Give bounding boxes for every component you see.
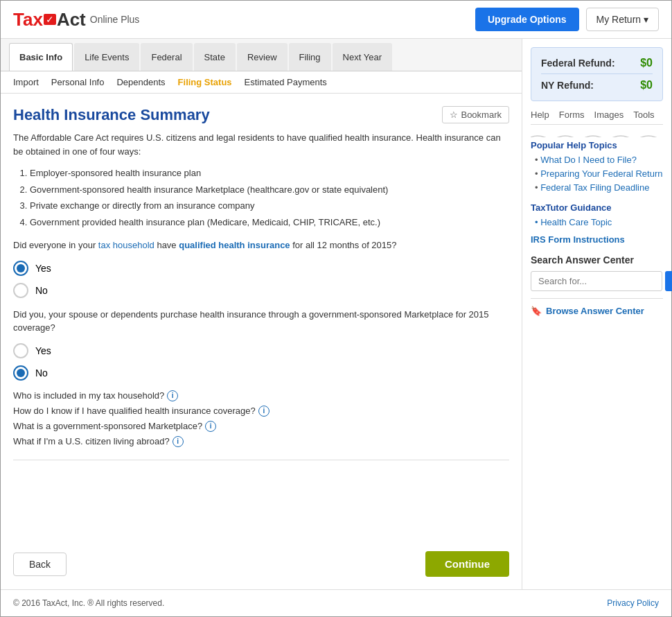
q1-yes-radio-inner <box>17 264 25 272</box>
footer: © 2016 TaxAct, Inc. ® All rights reserve… <box>1 589 671 616</box>
divider <box>13 460 509 460</box>
question1-mid: have <box>154 240 179 250</box>
sidebar-tool-images[interactable]: Images <box>594 110 624 120</box>
tab-review[interactable]: Review <box>237 43 288 71</box>
q1-no-option[interactable]: No <box>13 283 509 298</box>
irs-section: IRS Form Instructions <box>531 234 663 245</box>
q2-no-option[interactable]: No <box>13 365 509 381</box>
sidebar-tool-tools[interactable]: Tools <box>633 110 654 120</box>
header: Tax✓Act Online Plus Upgrade Options My R… <box>1 1 671 39</box>
sidebar-tool-help[interactable]: Help <box>531 110 549 120</box>
subnav-estimated-payments[interactable]: Estimated Payments <box>245 77 327 87</box>
wave-decoration <box>531 132 663 137</box>
popular-link-1[interactable]: What Do I Need to File? <box>535 155 663 165</box>
q1-yes-option[interactable]: Yes <box>13 261 509 276</box>
faq-link-4[interactable]: What if I'm a U.S. citizen living abroad… <box>13 436 509 447</box>
main-layout: Basic Info Life Events Federal State Rev… <box>1 39 671 589</box>
question2: Did you, your spouse or dependents purch… <box>13 308 509 335</box>
tab-life-events[interactable]: Life Events <box>74 43 139 71</box>
faq-text-1: Who is included in my tax household? <box>13 390 164 401</box>
action-buttons: Back Continue <box>1 544 522 589</box>
search-section: Search Answer Center Go 🔖 Browse Answer … <box>531 254 663 316</box>
refund-box: Federal Refund: $0 NY Refund: $0 <box>531 47 663 101</box>
tab-filing[interactable]: Filing <box>289 43 331 71</box>
subnav-dependents[interactable]: Dependents <box>116 77 165 87</box>
subnav-personal-info[interactable]: Personal Info <box>51 77 105 87</box>
sidebar: Federal Refund: $0 NY Refund: $0 Help Fo… <box>522 39 671 589</box>
popular-links: What Do I Need to File? Preparing Your F… <box>535 155 663 193</box>
federal-refund-row: Federal Refund: $0 <box>541 55 653 74</box>
subnav-filing-status[interactable]: Filing Status <box>178 77 232 87</box>
q1-yes-label: Yes <box>35 263 51 274</box>
popular-topics-title: Popular Help Topics <box>531 140 663 150</box>
bookmark-button[interactable]: ☆ Bookmark <box>442 106 509 123</box>
page-title: Health Insurance Summary <box>13 106 210 124</box>
star-icon: ☆ <box>450 110 458 120</box>
ny-refund-row: NY Refund: $0 <box>541 77 653 94</box>
q2-yes-option[interactable]: Yes <box>13 343 509 358</box>
ny-refund-label: NY Refund: <box>541 80 594 91</box>
q1-yes-radio[interactable] <box>13 261 28 276</box>
description-text: The Affordable Care Act requires U.S. ci… <box>13 131 509 158</box>
list-item: Employer-sponsored health insurance plan <box>30 166 509 180</box>
logo-tax: Tax <box>13 9 43 31</box>
popular-link-2[interactable]: Preparing Your Federal Return <box>535 168 663 179</box>
content-area: Basic Info Life Events Federal State Rev… <box>1 39 522 589</box>
taxtutor-title: TaxTutor Guidance <box>531 202 663 213</box>
privacy-policy-link[interactable]: Privacy Policy <box>607 598 659 608</box>
tab-state[interactable]: State <box>194 43 236 71</box>
faq-text-2: How do I know if I have qualified health… <box>13 406 256 416</box>
insurance-list: Employer-sponsored health insurance plan… <box>30 166 509 229</box>
q2-no-radio-inner <box>17 369 25 377</box>
qualified-insurance-link[interactable]: qualified health insurance <box>179 240 290 250</box>
faq-link-3[interactable]: What is a government-sponsored Marketpla… <box>13 421 509 432</box>
sidebar-tools: Help Forms Images Tools <box>531 110 663 125</box>
info-icon-3[interactable]: i <box>205 421 216 432</box>
list-item: Government-sponsored health insurance Ma… <box>30 183 509 197</box>
q1-no-label: No <box>35 285 48 296</box>
info-icon-2[interactable]: i <box>258 406 269 417</box>
q2-yes-radio[interactable] <box>13 343 28 358</box>
back-button[interactable]: Back <box>13 553 67 576</box>
myreturn-button[interactable]: My Return ▾ <box>586 8 659 31</box>
sidebar-tool-forms[interactable]: Forms <box>559 110 585 120</box>
faq-text-4: What if I'm a U.S. citizen living abroad… <box>13 436 170 446</box>
tutor-link[interactable]: Health Care Topic <box>535 217 663 227</box>
browse-answer-center-link[interactable]: 🔖 Browse Answer Center <box>531 298 663 316</box>
tab-next-year[interactable]: Next Year <box>333 43 392 71</box>
q2-yes-label: Yes <box>35 345 51 356</box>
q1-radio-group: Yes No <box>13 261 509 298</box>
logo: Tax✓Act Online Plus <box>13 9 139 31</box>
info-icon-4[interactable]: i <box>173 436 184 447</box>
question1: Did everyone in your tax household have … <box>13 238 509 252</box>
search-row: Go <box>531 271 663 291</box>
federal-refund-label: Federal Refund: <box>541 58 615 69</box>
tab-basic-info[interactable]: Basic Info <box>9 43 73 71</box>
q2-radio-group: Yes No <box>13 343 509 381</box>
tab-federal[interactable]: Federal <box>141 43 192 71</box>
q2-no-radio[interactable] <box>13 365 28 381</box>
search-button[interactable]: Go <box>665 271 672 291</box>
logo-act: Act <box>57 9 86 31</box>
irs-link[interactable]: IRS Form Instructions <box>531 234 663 245</box>
faq-link-1[interactable]: Who is included in my tax household? i <box>13 390 509 401</box>
continue-button[interactable]: Continue <box>425 551 509 577</box>
federal-refund-value: $0 <box>640 57 653 69</box>
header-buttons: Upgrade Options My Return ▾ <box>475 8 659 31</box>
q1-no-radio[interactable] <box>13 283 28 298</box>
browse-icon: 🔖 <box>531 306 542 316</box>
logo-online: Online Plus <box>90 14 140 25</box>
upgrade-button[interactable]: Upgrade Options <box>475 8 579 31</box>
subnav-import[interactable]: Import <box>13 77 39 87</box>
search-title: Search Answer Center <box>531 254 663 266</box>
search-input[interactable] <box>531 271 662 291</box>
page-header: Health Insurance Summary ☆ Bookmark <box>13 106 509 124</box>
logo-checkmark: ✓ <box>44 14 56 25</box>
list-item: Government provided health insurance pla… <box>30 216 509 229</box>
popular-link-3[interactable]: Federal Tax Filing Deadline <box>535 182 663 193</box>
nav-tabs: Basic Info Life Events Federal State Rev… <box>1 39 522 71</box>
faq-links: Who is included in my tax household? i H… <box>13 390 509 447</box>
faq-link-2[interactable]: How do I know if I have qualified health… <box>13 406 509 417</box>
info-icon-1[interactable]: i <box>167 390 178 401</box>
tax-household-link[interactable]: tax household <box>98 240 154 250</box>
